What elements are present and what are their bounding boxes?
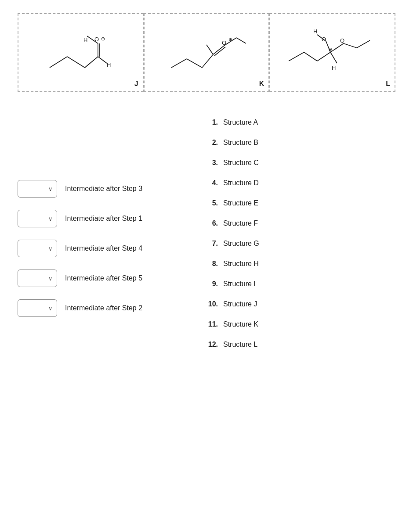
svg-text:⊕: ⊕	[328, 47, 332, 52]
structure-j-svg: H O ⊕ H	[23, 18, 138, 77]
list-text-4: Structure D	[223, 179, 259, 187]
dropdown-step5[interactable]: 1 2 3 4 5 6 7 8 9 10 11 12	[18, 270, 57, 287]
dropdown-label-3: Intermediate after Step 5	[65, 274, 142, 282]
list-item-4: 4. Structure D	[202, 179, 395, 187]
svg-text:O: O	[322, 36, 326, 43]
list-text-6: Structure F	[223, 219, 258, 227]
svg-line-15	[214, 47, 225, 56]
list-text-11: Structure K	[223, 320, 258, 328]
list-number-6: 6.	[202, 219, 218, 227]
list-item-10: 10. Structure J	[202, 300, 395, 308]
svg-line-27	[344, 43, 357, 48]
list-item-1: 1. Structure A	[202, 119, 395, 126]
list-item-8: 8. Structure H	[202, 260, 395, 268]
svg-text:H: H	[83, 37, 87, 43]
structure-box-j: H O ⊕ H J	[18, 13, 144, 92]
main-content: 1 2 3 4 5 6 7 8 9 10 11 12 Intermediate …	[0, 101, 413, 370]
svg-line-22	[304, 52, 317, 61]
list-item-6: 6. Structure F	[202, 219, 395, 227]
list-text-3: Structure C	[223, 159, 259, 167]
structure-k-svg: O ⊕	[149, 18, 264, 77]
dropdown-step4[interactable]: 1 2 3 4 5 6 7 8 9 10 11 12	[18, 240, 57, 257]
list-number-2: 2.	[202, 139, 218, 147]
list-text-5: Structure E	[223, 199, 258, 207]
svg-line-1	[67, 57, 85, 68]
list-text-10: Structure J	[223, 300, 257, 308]
svg-line-12	[187, 59, 202, 68]
svg-text:H: H	[313, 28, 317, 35]
list-number-8: 8.	[202, 260, 218, 268]
list-number-11: 11.	[202, 320, 218, 328]
svg-line-28	[357, 40, 370, 48]
list-item-9: 9. Structure I	[202, 280, 395, 288]
svg-text:H: H	[107, 61, 111, 68]
list-text-9: Structure I	[223, 280, 256, 288]
dropdown-label-4: Intermediate after Step 2	[65, 304, 142, 312]
left-panel: 1 2 3 4 5 6 7 8 9 10 11 12 Intermediate …	[18, 110, 202, 361]
svg-line-2	[85, 57, 98, 68]
svg-line-26	[330, 43, 344, 52]
dropdown-row-2: 1 2 3 4 5 6 7 8 9 10 11 12 Intermediate …	[18, 240, 202, 257]
list-number-10: 10.	[202, 300, 218, 308]
svg-line-0	[50, 57, 67, 68]
dropdown-row-4: 1 2 3 4 5 6 7 8 9 10 11 12 Intermediate …	[18, 299, 202, 317]
right-panel: 1. Structure A 2. Structure B 3. Structu…	[202, 110, 395, 361]
svg-text:⊕: ⊕	[228, 37, 232, 42]
dropdown-wrapper-4[interactable]: 1 2 3 4 5 6 7 8 9 10 11 12	[18, 299, 57, 317]
svg-line-14	[213, 46, 224, 54]
dropdown-label-0: Intermediate after Step 3	[65, 185, 142, 193]
list-text-7: Structure G	[223, 240, 259, 248]
list-number-9: 9.	[202, 280, 218, 288]
dropdown-label-2: Intermediate after Step 4	[65, 244, 142, 252]
list-text-2: Structure B	[223, 139, 258, 147]
dropdown-step3[interactable]: 1 2 3 4 5 6 7 8 9 10 11 12	[18, 180, 57, 198]
dropdown-step1[interactable]: 1 2 3 4 5 6 7 8 9 10 11 12	[18, 210, 57, 227]
svg-line-3	[98, 57, 107, 63]
list-number-3: 3.	[202, 159, 218, 167]
list-item-3: 3. Structure C	[202, 159, 395, 167]
list-item-2: 2. Structure B	[202, 139, 395, 147]
structure-j-label: J	[134, 80, 138, 88]
svg-line-29	[330, 52, 337, 63]
list-text-12: Structure L	[223, 341, 257, 349]
dropdown-step2[interactable]: 1 2 3 4 5 6 7 8 9 10 11 12	[18, 299, 57, 317]
list-number-5: 5.	[202, 199, 218, 207]
list-item-12: 12. Structure L	[202, 341, 395, 349]
svg-line-23	[317, 52, 330, 61]
dropdown-row-0: 1 2 3 4 5 6 7 8 9 10 11 12 Intermediate …	[18, 180, 202, 198]
svg-text:O: O	[94, 36, 99, 43]
svg-text:O: O	[340, 37, 344, 44]
svg-line-21	[289, 52, 304, 61]
dropdown-row-3: 1 2 3 4 5 6 7 8 9 10 11 12 Intermediate …	[18, 270, 202, 287]
svg-text:H: H	[332, 65, 336, 71]
structure-l-label: L	[386, 80, 390, 88]
list-number-7: 7.	[202, 240, 218, 248]
list-text-8: Structure H	[223, 260, 259, 268]
dropdown-row-1: 1 2 3 4 5 6 7 8 9 10 11 12 Intermediate …	[18, 210, 202, 227]
structures-row: H O ⊕ H J	[0, 0, 413, 101]
list-item-7: 7. Structure G	[202, 240, 395, 248]
list-number-1: 1.	[202, 119, 218, 126]
structure-k-label: K	[259, 80, 264, 88]
svg-text:O: O	[222, 40, 226, 46]
svg-line-13	[202, 54, 213, 68]
structure-box-k: O ⊕ K	[144, 13, 270, 92]
list-item-11: 11. Structure K	[202, 320, 395, 328]
dropdown-wrapper-1[interactable]: 1 2 3 4 5 6 7 8 9 10 11 12	[18, 210, 57, 227]
dropdown-wrapper-3[interactable]: 1 2 3 4 5 6 7 8 9 10 11 12	[18, 270, 57, 287]
list-item-5: 5. Structure E	[202, 199, 395, 207]
svg-line-11	[171, 59, 187, 68]
svg-line-18	[206, 45, 213, 54]
list-number-12: 12.	[202, 341, 218, 349]
dropdown-wrapper-2[interactable]: 1 2 3 4 5 6 7 8 9 10 11 12	[18, 240, 57, 257]
dropdown-wrapper-0[interactable]: 1 2 3 4 5 6 7 8 9 10 11 12	[18, 180, 57, 198]
list-number-4: 4.	[202, 179, 218, 187]
list-text-1: Structure A	[223, 119, 258, 126]
dropdown-label-1: Intermediate after Step 1	[65, 215, 142, 223]
svg-text:⊕: ⊕	[101, 36, 105, 41]
structure-l-svg: H O O H ⊕	[275, 18, 390, 77]
svg-line-17	[236, 38, 246, 43]
structure-box-l: H O O H ⊕ L	[269, 13, 395, 92]
